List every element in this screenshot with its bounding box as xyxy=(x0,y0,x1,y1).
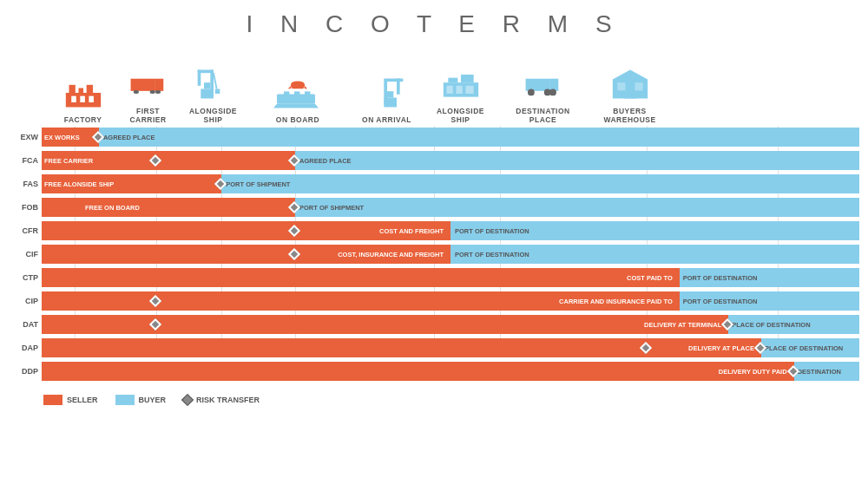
col-label-factory: FACTORY xyxy=(64,115,102,124)
svg-rect-11 xyxy=(155,90,160,94)
svg-rect-1 xyxy=(69,85,75,93)
svg-rect-32 xyxy=(387,91,393,97)
col-buyers-warehouse: BUYERSWAREHOUSE xyxy=(589,65,671,124)
fob-buyer-text: PORT OF SHIPMENT xyxy=(299,204,364,212)
svg-rect-31 xyxy=(384,97,397,107)
col-factory: FACTORY xyxy=(50,74,115,124)
dat-buyer-text: PLACE OF DESTINATION xyxy=(732,321,810,329)
term-code-exw: EXW xyxy=(5,133,38,141)
svg-rect-34 xyxy=(448,77,457,82)
term-row-ddp: DDP DELIVERY DUTY PAID DESTINATION xyxy=(42,360,859,383)
cfr-buyer-text: PORT OF DESTINATION xyxy=(455,227,529,235)
legend-seller-box xyxy=(43,395,62,405)
legend-buyer-label: BUYER xyxy=(139,396,167,404)
term-code-ddp: DDP xyxy=(5,367,38,376)
page-title: I N C O T E R M S xyxy=(0,0,868,43)
term-code-fca: FCA xyxy=(5,156,38,165)
legend-buyer: BUYER xyxy=(115,395,167,405)
svg-rect-23 xyxy=(277,94,315,103)
svg-line-17 xyxy=(214,73,217,88)
col-alongside-ship-1: ALONGSIDESHIP xyxy=(181,65,246,124)
svg-rect-29 xyxy=(387,78,403,82)
dap-seller-text: DELIVERY AT PLACE xyxy=(688,344,754,352)
svg-rect-14 xyxy=(197,69,201,85)
ctp-buyer-text: PORT OF DESTINATION xyxy=(683,274,758,282)
col-label-alongside-ship-1: ALONGSIDESHIP xyxy=(189,107,237,124)
col-on-arrival: ON ARRIVAL xyxy=(350,74,424,124)
chart-area: EXW EX WORKS AGREED PLACE FCA FREE CARRI… xyxy=(42,126,859,383)
svg-rect-47 xyxy=(635,82,642,90)
ddp-buyer-text: DESTINATION xyxy=(798,368,841,376)
legend-risk-diamond xyxy=(181,394,194,406)
legend-buyer-box xyxy=(115,395,135,405)
svg-marker-24 xyxy=(273,104,319,108)
svg-marker-8 xyxy=(155,78,163,90)
svg-rect-25 xyxy=(284,91,289,95)
col-destination-place: DESTINATIONPLACE xyxy=(497,65,589,124)
legend: SELLER BUYER RISK TRANSFER xyxy=(0,388,868,405)
dap-buyer-text: PLACE OF DESTINATION xyxy=(765,344,843,352)
svg-marker-20 xyxy=(291,84,305,88)
svg-rect-10 xyxy=(149,90,155,94)
cif-buyer-text: PORT OF DESTINATION xyxy=(455,251,529,259)
svg-rect-30 xyxy=(397,78,400,94)
ctp-seller-text: COST PAID TO xyxy=(627,274,673,282)
fca-seller-text: FREE CARRIER xyxy=(44,157,93,165)
exw-seller-text: EX WORKS xyxy=(44,134,80,141)
svg-rect-15 xyxy=(201,88,214,98)
svg-rect-38 xyxy=(465,85,473,93)
svg-rect-26 xyxy=(294,91,299,95)
ddp-seller-text: DELIVERY DUTY PAID xyxy=(719,368,787,376)
svg-rect-45 xyxy=(623,85,636,98)
svg-point-41 xyxy=(527,88,534,95)
svg-rect-39 xyxy=(525,78,549,90)
svg-point-43 xyxy=(549,88,556,95)
svg-rect-7 xyxy=(130,78,155,90)
term-row-cif: CIF COST, INSURANCE AND FREIGHT PORT OF … xyxy=(42,243,859,265)
cip-seller-text: CARRIER AND INSURANCE PAID TO xyxy=(559,298,673,305)
col-label-alongside-ship-2: ALONGSIDESHIP xyxy=(437,107,484,124)
fas-seller-text: FREE ALONSIDE SHIP xyxy=(44,180,114,188)
legend-seller-label: SELLER xyxy=(67,396,98,404)
legend-seller: SELLER xyxy=(43,395,98,405)
term-row-fca: FCA FREE CARRIER AGREED PLACE xyxy=(42,149,859,172)
svg-rect-4 xyxy=(71,95,76,101)
term-code-ctp: CTP xyxy=(5,273,38,282)
fca-buyer-text: AGREED PLACE xyxy=(299,157,352,165)
legend-risk: RISK TRANSFER xyxy=(183,396,260,404)
col-label-first-carrier: FIRSTCARRIER xyxy=(129,107,166,124)
svg-rect-6 xyxy=(89,95,94,101)
svg-rect-3 xyxy=(86,85,92,93)
fas-buyer-text: PORT OF SHIPMENT xyxy=(226,180,290,188)
term-code-cip: CIP xyxy=(5,297,38,305)
svg-rect-2 xyxy=(78,88,83,93)
term-code-cif: CIF xyxy=(5,250,38,259)
term-row-dat: DAT DELIVERY AT TERMINAL PLACE OF DESTIN… xyxy=(42,313,859,336)
svg-rect-37 xyxy=(456,85,462,93)
svg-rect-36 xyxy=(446,85,452,93)
term-row-fas: FAS FREE ALONSIDE SHIP PORT OF SHIPMENT xyxy=(42,173,859,195)
term-row-dap: DAP DELIVERY AT PLACE PLACE OF DESTINATI… xyxy=(42,337,859,359)
col-first-carrier: FIRSTCARRIER xyxy=(115,65,181,124)
cfr-seller-text: COST AND FREIGHT xyxy=(379,227,444,235)
term-code-fob: FOB xyxy=(5,203,38,212)
col-on-board: ON BOARD xyxy=(246,74,350,124)
legend-risk-label: RISK TRANSFER xyxy=(196,396,260,404)
svg-rect-16 xyxy=(204,82,210,88)
main-container: I N C O T E R M S FACTORY xyxy=(0,0,868,491)
svg-rect-27 xyxy=(305,91,310,95)
term-code-dap: DAP xyxy=(5,344,38,352)
term-code-fas: FAS xyxy=(5,180,38,188)
term-row-cip: CIP CARRIER AND INSURANCE PAID TO PORT O… xyxy=(42,290,859,312)
exw-buyer-text: AGREED PLACE xyxy=(103,134,155,141)
term-row-cfr: CFR COST AND FREIGHT PORT OF DESTINATION xyxy=(42,219,859,242)
term-row-ctp: CTP COST PAID TO PORT OF DESTINATION xyxy=(42,266,859,289)
col-buyers-warehouse: BUYERSWAREHOUSE xyxy=(603,107,655,124)
svg-rect-18 xyxy=(214,88,220,94)
term-row-fob: FOB FREE ON BOARD PORT OF SHIPMENT xyxy=(42,196,859,219)
dat-seller-text: DELIVERY AT TERMINAL xyxy=(644,321,721,329)
term-code-dat: DAT xyxy=(5,320,38,329)
cif-seller-text: COST, INSURANCE AND FREIGHT xyxy=(338,251,444,259)
fob-seller-text: FREE ON BOARD xyxy=(85,204,140,212)
svg-rect-35 xyxy=(461,75,474,82)
